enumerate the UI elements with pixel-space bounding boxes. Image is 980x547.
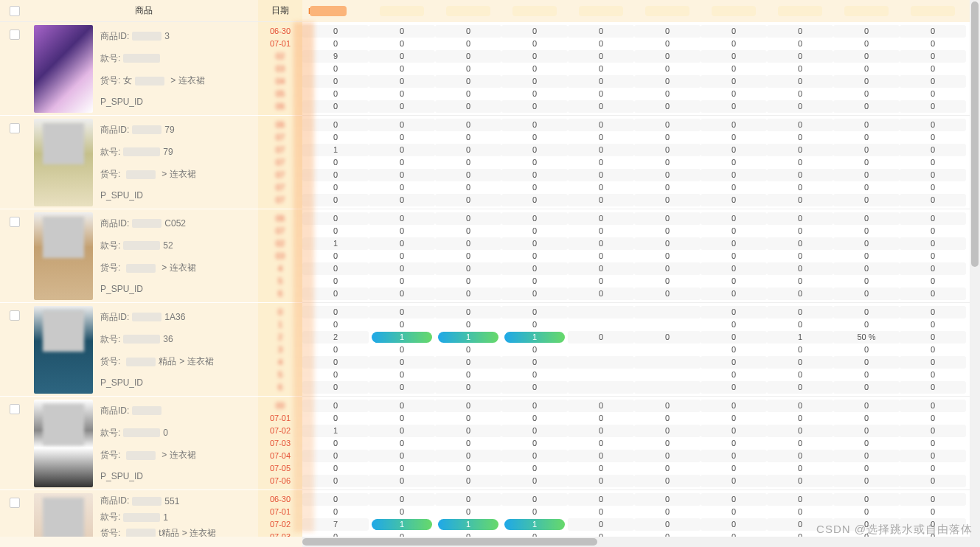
data-cell: 0 xyxy=(900,356,966,369)
data-cell: 0 xyxy=(435,63,501,75)
data-cell: 0 xyxy=(701,38,767,50)
data-cell: 0 xyxy=(767,400,833,412)
data-cell: 0 xyxy=(634,75,701,88)
product-thumbnail[interactable] xyxy=(34,25,93,113)
product-cell[interactable]: 商品ID:551款号:1货号:t精品 > 连衣裙P_SPU_ID xyxy=(29,490,258,537)
data-cell: 0 xyxy=(302,450,369,462)
data-cell: 0 xyxy=(833,88,900,100)
data-cell: 0 xyxy=(369,381,435,394)
data-row: 1000000000 xyxy=(302,237,980,250)
data-cell: 0 xyxy=(634,493,701,506)
data-cell: 0 xyxy=(634,506,701,518)
data-cell: 0 xyxy=(568,88,634,100)
product-thumbnail[interactable] xyxy=(34,306,93,394)
product-cell[interactable]: 商品ID:3款号:货号:女 > 连衣裙P_SPU_ID xyxy=(29,22,258,116)
data-cell: 0 xyxy=(634,237,701,250)
data-row: 0000000000 xyxy=(302,493,980,506)
data-cell: 0 xyxy=(369,412,435,425)
data-row: 0000000000 xyxy=(302,450,980,462)
data-column-header[interactable] xyxy=(833,0,900,22)
data-cell: 0 xyxy=(900,25,966,38)
data-cell: 0 xyxy=(435,169,501,181)
data-cell: 0 xyxy=(435,506,501,518)
horizontal-scrollbar[interactable] xyxy=(0,537,980,547)
data-cell: 0 xyxy=(701,63,767,75)
data-cell: 0 xyxy=(302,25,369,38)
data-cell: 0 xyxy=(900,344,966,356)
data-column-header[interactable] xyxy=(900,0,966,22)
data-cell: 0 xyxy=(369,306,435,318)
product-thumbnail[interactable] xyxy=(34,493,93,537)
data-cell: 0 xyxy=(634,437,701,450)
product-thumbnail[interactable] xyxy=(34,119,93,206)
row-checkbox[interactable] xyxy=(0,116,29,209)
product-cell[interactable]: 商品ID:79款号:79货号: > 连衣裙P_SPU_ID xyxy=(29,116,258,209)
data-cell: 0 xyxy=(833,156,900,169)
data-cell: 0 xyxy=(302,194,369,206)
data-column-header[interactable] xyxy=(369,0,435,22)
row-checkbox[interactable] xyxy=(0,209,29,303)
data-column-header[interactable]: P xyxy=(302,0,369,22)
data-cell: 0 xyxy=(501,181,568,194)
data-row: 0000000000 xyxy=(302,412,980,425)
data-cell: 0 xyxy=(767,250,833,262)
data-row: 0000000000 xyxy=(302,475,980,487)
data-column-header[interactable] xyxy=(701,0,767,22)
data-column-header[interactable] xyxy=(568,0,634,22)
data-row: 0000000000 xyxy=(302,119,980,131)
data-row: 0000000000 xyxy=(302,156,980,169)
data-cell: 0 xyxy=(701,288,767,300)
product-thumbnail[interactable] xyxy=(34,212,93,300)
data-cell: 0 xyxy=(302,506,369,518)
data-cell: 0 xyxy=(767,462,833,475)
data-cell: 0 xyxy=(900,275,966,288)
data-cell: 0 xyxy=(568,194,634,206)
data-cell: 0 xyxy=(369,212,435,225)
data-cell: 0 xyxy=(369,450,435,462)
data-column-header[interactable] xyxy=(435,0,501,22)
data-cell: 0 xyxy=(900,493,966,506)
data-column-header[interactable] xyxy=(634,0,701,22)
data-cell: 0 xyxy=(568,250,634,262)
data-cell: 0 xyxy=(767,425,833,437)
data-cell: 0 xyxy=(501,237,568,250)
data-cell: 1 xyxy=(372,519,432,530)
data-cell: 0 xyxy=(369,344,435,356)
data-cell: 0 xyxy=(701,493,767,506)
data-cell: 0 xyxy=(369,262,435,275)
data-cell: 0 xyxy=(634,100,701,113)
data-cell: 0 xyxy=(302,493,369,506)
data-cell: 0 xyxy=(369,50,435,63)
data-cell: 0 xyxy=(767,131,833,144)
data-cell: 0 xyxy=(833,318,900,331)
data-cell: 0 xyxy=(634,38,701,50)
row-checkbox[interactable] xyxy=(0,303,29,397)
data-cell: 0 xyxy=(302,318,369,331)
data-cell: 0 xyxy=(767,412,833,425)
vertical-scrollbar[interactable] xyxy=(970,0,980,537)
data-cell: 0 xyxy=(833,369,900,381)
data-cell: 0 xyxy=(900,144,966,156)
row-checkbox[interactable] xyxy=(0,397,29,490)
row-checkbox[interactable] xyxy=(0,22,29,116)
data-cell: 0 xyxy=(302,38,369,50)
data-cell: 0 xyxy=(900,225,966,237)
header-checkbox-cell[interactable] xyxy=(0,0,29,21)
data-cell: 0 xyxy=(767,437,833,450)
product-thumbnail[interactable] xyxy=(34,400,93,487)
product-cell[interactable]: 商品ID:1A36款号:36货号:精品 > 连衣裙P_SPU_ID xyxy=(29,303,258,397)
data-cell: 0 xyxy=(568,506,634,518)
product-cell[interactable]: 商品ID:C052款号:52货号: > 连衣裙P_SPU_ID xyxy=(29,209,258,303)
data-cell: 0 xyxy=(302,531,369,537)
product-cell[interactable]: 商品ID:款号:0货号: > 连衣裙P_SPU_ID xyxy=(29,397,258,490)
data-row: 0000000000 xyxy=(302,288,980,300)
data-cell: 0 xyxy=(701,50,767,63)
data-cell: 0 xyxy=(369,318,435,331)
data-cell xyxy=(634,306,701,318)
row-checkbox[interactable] xyxy=(0,490,29,537)
data-column-header[interactable] xyxy=(767,0,833,22)
data-cell: 0 xyxy=(435,75,501,88)
data-cell: 0 xyxy=(900,156,966,169)
data-column-header[interactable] xyxy=(501,0,568,22)
data-cell: 0 xyxy=(501,169,568,181)
